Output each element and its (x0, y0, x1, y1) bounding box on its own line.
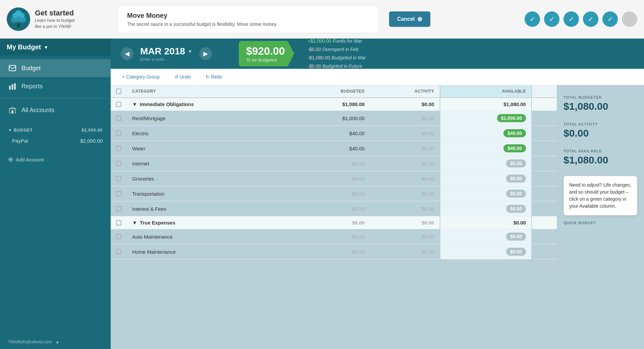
sidebar: My Budget ▼ Budget (0, 39, 111, 349)
get-started-title: Get started (35, 9, 75, 17)
month-header: ◀ MAR 2018 ▼ Enter a note... ▶ $920.00 T… (111, 39, 644, 69)
table-row: Home Maintenance $0.00 $0.00 $0.00 (111, 244, 557, 259)
cancel-button[interactable]: Cancel ⊗ (389, 11, 430, 27)
total-budgeted-value: $1,080.00 (564, 101, 637, 112)
budget-section: ▼ BUDGET $2,000.00 PayPal $2,000.00 (0, 122, 111, 149)
row-checkbox[interactable] (116, 131, 121, 136)
sidebar-item-all-accounts[interactable]: All Accounts (0, 101, 111, 119)
month-dropdown-arrow-icon: ▼ (188, 49, 193, 54)
available-cell[interactable]: $0.00 (440, 229, 532, 244)
sidebar-item-reports[interactable]: Reports (0, 77, 111, 95)
available-cell[interactable]: $0.00 (440, 244, 532, 259)
table-row: Rent/Mortgage $1,000.00 $0.00 $1,000.00 (111, 111, 557, 126)
table-body: ▼ Immediate Obligations $1,080.00 $0.00 … (111, 98, 557, 259)
th-activity: ACTIVITY (370, 85, 440, 98)
category-name-cell: Auto Maintenance (127, 229, 291, 244)
activity-cell: $0.00 (370, 171, 440, 186)
dropdown-arrow-icon: ▼ (44, 45, 48, 50)
group-name-cell: ▼ True Expenses (127, 216, 291, 229)
to-be-budgeted-box: $920.00 To be Budgeted (239, 41, 294, 66)
table-row: Internet $0.00 $0.00 $0.00 (111, 156, 557, 171)
available-cell[interactable]: $0.00 (440, 156, 532, 171)
logo-area: Get started Learn how to budget like a p… (7, 7, 117, 31)
row-checkbox[interactable] (116, 249, 121, 254)
month-title: MAR 2018 ▼ (140, 46, 193, 57)
add-account-button[interactable]: ⊕ Add Account (0, 152, 111, 167)
nav-divider (0, 98, 111, 98)
group-available: $0.00 (440, 216, 532, 229)
move-money-title: Move Money (127, 12, 369, 19)
total-available-value: $1,080.00 (564, 154, 637, 166)
logo-icon (7, 7, 30, 31)
row-checkbox[interactable] (116, 220, 121, 226)
category-name-cell: Home Maintenance (127, 244, 291, 259)
table-row: Groceries $0.00 $0.00 $0.00 (111, 171, 557, 186)
paypal-account-name: PayPal (12, 138, 28, 144)
svg-rect-9 (9, 86, 11, 90)
available-cell[interactable]: $0.00 (440, 201, 532, 216)
add-category-group-button[interactable]: + Category Group (117, 72, 164, 82)
budget-group-header[interactable]: ▼ BUDGET $2,000.00 (0, 125, 111, 135)
prev-month-button[interactable]: ◀ (121, 47, 133, 60)
select-all-checkbox[interactable] (116, 89, 121, 94)
svg-rect-11 (14, 83, 16, 90)
content-row: CATEGORY BUDGETED ACTIVITY AVAILABLE (111, 85, 644, 349)
add-circle-icon: ⊕ (8, 156, 13, 163)
sidebar-item-budget[interactable]: Budget (0, 59, 111, 77)
available-cell[interactable]: $0.00 (440, 186, 532, 201)
cancel-x-icon: ⊗ (417, 15, 422, 23)
progress-step-2: ✓ (544, 11, 559, 27)
total-available-summary: TOTAL AVAILABLE $1,080.00 (564, 149, 637, 166)
available-cell[interactable]: $1,000.00 (440, 111, 532, 126)
row-checkbox[interactable] (116, 206, 121, 211)
activity-cell: $0.00 (370, 201, 440, 216)
my-budget-header[interactable]: My Budget ▼ (0, 39, 111, 56)
row-checkbox[interactable] (116, 191, 121, 196)
th-budgeted: BUDGETED (291, 85, 370, 98)
building-icon (8, 106, 17, 114)
budgeted-cell: $0.00 (291, 229, 370, 244)
category-name-cell: Rent/Mortgage (127, 111, 291, 126)
available-cell[interactable]: $40.00 (440, 141, 532, 156)
row-checkbox[interactable] (116, 161, 121, 166)
svg-rect-10 (12, 84, 13, 90)
sidebar-nav: Budget Reports (0, 56, 111, 122)
budgeted-cell: $0.00 (291, 171, 370, 186)
table-row: Interest & Fees $0.00 $0.00 $0.00 (111, 201, 557, 216)
month-note: Enter a note... (140, 57, 193, 62)
th-spacer (532, 85, 557, 98)
activity-cell: $0.00 (370, 244, 440, 259)
sidebar-footer: 765efb34@uifeed.com ▲ (0, 335, 111, 349)
bar-chart-icon (8, 82, 17, 91)
row-checkbox[interactable] (116, 176, 121, 181)
row-checkbox[interactable] (116, 102, 121, 107)
budgeted-cell: $0.00 (291, 186, 370, 201)
available-cell[interactable]: $40.00 (440, 126, 532, 141)
row-checkbox[interactable] (116, 115, 121, 121)
group-activity: $0.00 (370, 98, 440, 111)
total-activity-summary: TOTAL ACTIVITY $0.00 (564, 122, 637, 139)
envelope-icon (8, 64, 17, 72)
move-money-box: Move Money The secret sauce in a success… (117, 5, 379, 33)
activity-cell: $0.00 (370, 141, 440, 156)
category-name-cell: Transportation (127, 186, 291, 201)
progress-step-4: ✓ (583, 11, 598, 27)
paypal-account-item[interactable]: PayPal $2,000.00 (0, 135, 111, 146)
available-cell[interactable]: $0.00 (440, 171, 532, 186)
group-extra (532, 98, 557, 111)
group-name-cell: ▼ Immediate Obligations (127, 98, 291, 111)
activity-cell: $0.00 (370, 186, 440, 201)
tbb-amount: $920.00 (246, 45, 285, 57)
th-available: AVAILABLE (440, 85, 532, 98)
undo-button[interactable]: ↺ Undo (170, 72, 196, 82)
row-checkbox[interactable] (116, 146, 121, 151)
redo-button[interactable]: ↻ Redo (201, 72, 227, 82)
row-checkbox[interactable] (116, 234, 121, 239)
table-row: Water $40.00 $0.00 $40.00 (111, 141, 557, 156)
group-available: $1,080.00 (440, 98, 532, 111)
logo-text: Get started Learn how to budget like a p… (35, 9, 75, 30)
next-month-button[interactable]: ▶ (199, 47, 212, 60)
th-checkbox (111, 85, 127, 98)
category-name-cell: Internet (127, 156, 291, 171)
svg-rect-13 (11, 110, 13, 113)
